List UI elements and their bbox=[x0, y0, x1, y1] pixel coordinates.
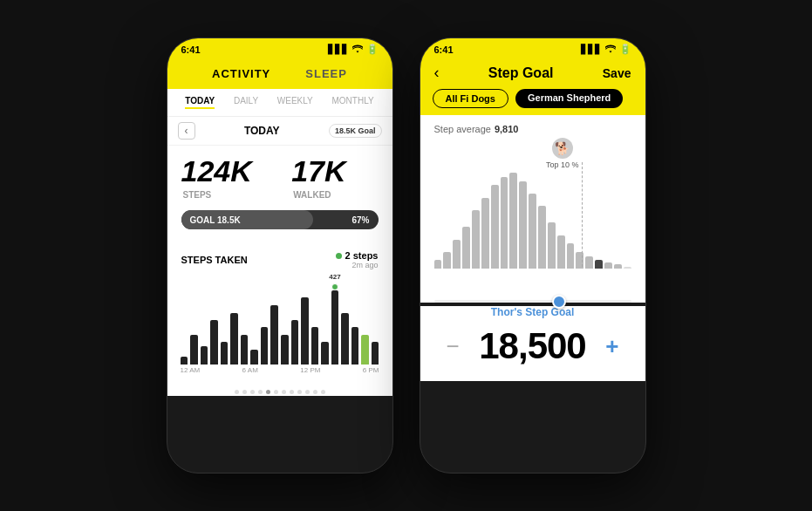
x-label-12pm: 12 PM bbox=[300, 366, 320, 374]
steps-taken-header: STEPS TAKEN 2 steps 2m ago bbox=[167, 245, 392, 273]
chart-bar bbox=[351, 327, 359, 365]
minus-button[interactable]: − bbox=[447, 335, 460, 358]
filter-german-shepherd[interactable]: German Shepherd bbox=[515, 89, 623, 108]
histogram-bar bbox=[567, 243, 575, 269]
wifi-icon bbox=[352, 44, 363, 55]
walked-value: 17K bbox=[291, 154, 345, 187]
phone2: 6:41 ▋▋▋ 🔋 ‹ Step Goal Save All Fi Dogs … bbox=[420, 37, 646, 474]
filter-tabs: All Fi Dogs German Shepherd bbox=[420, 89, 645, 108]
step-goal-number: 18,500 bbox=[479, 325, 585, 367]
chart-bar bbox=[181, 357, 188, 365]
chart-bar bbox=[281, 335, 289, 365]
x-label-12am: 12 AM bbox=[181, 366, 201, 374]
phone1: 6:41 ▋▋▋ 🔋 ACTIVITY SLEEP TODAY DAILY WE… bbox=[167, 37, 393, 474]
histogram-bar bbox=[538, 206, 546, 269]
page-dot bbox=[250, 390, 255, 394]
chart-bar bbox=[321, 342, 329, 365]
status-icons-phone2: ▋▋▋ 🔋 bbox=[581, 44, 631, 55]
page-dot bbox=[313, 390, 317, 394]
activity-tabs: ACTIVITY SLEEP bbox=[167, 64, 392, 89]
x-label-6am: 6 AM bbox=[242, 366, 258, 374]
sub-tabs: TODAY DAILY WEEKLY MONTHLY bbox=[167, 89, 392, 117]
stats-area: 124K STEPS 17K WALKED GOAL 18.5K 67% bbox=[167, 146, 392, 245]
subtab-monthly[interactable]: MONTHLY bbox=[331, 96, 373, 109]
step-avg-row: Step average 9,810 bbox=[434, 124, 631, 134]
histogram-bar bbox=[472, 210, 480, 269]
slider-row bbox=[420, 295, 645, 303]
page-title: Step Goal bbox=[488, 65, 554, 81]
chart-bar bbox=[250, 350, 258, 365]
histogram-bar bbox=[614, 264, 622, 269]
walked-label: WALKED bbox=[293, 190, 331, 200]
slider-track[interactable] bbox=[434, 300, 631, 303]
top10-label: 🐕 Top 10 % bbox=[546, 138, 579, 169]
steps-value: 124K bbox=[181, 154, 252, 187]
chart-bar bbox=[311, 327, 319, 365]
filter-all-dogs[interactable]: All Fi Dogs bbox=[433, 89, 508, 108]
step-goal-body: Step average 9,810 🐕 Top 10 % bbox=[420, 115, 645, 295]
progress-bar: GOAL 18.5K 67% bbox=[181, 210, 379, 229]
steps-chart: 427 12 AM 6 AM 12 PM 6 PM bbox=[167, 273, 392, 386]
page-dot bbox=[305, 390, 310, 394]
subtab-weekly[interactable]: WEEKLY bbox=[277, 96, 313, 109]
chart-peak-label: 427 bbox=[329, 273, 340, 281]
steps-label: STEPS bbox=[183, 190, 212, 200]
plus-button[interactable]: + bbox=[605, 335, 618, 358]
histogram-bars bbox=[434, 138, 631, 269]
chart-bar bbox=[221, 342, 229, 365]
step-goal-number-row: − 18,500 + bbox=[420, 318, 645, 381]
steps-live: 2 steps 2m ago bbox=[336, 250, 379, 269]
walked-stat: 17K WALKED bbox=[291, 156, 378, 201]
slider-thumb[interactable] bbox=[552, 295, 566, 309]
steps-stat: 124K STEPS bbox=[181, 156, 275, 201]
progress-label: GOAL 18.5K bbox=[190, 215, 241, 225]
chart-bar bbox=[270, 305, 278, 365]
signal-icon: ▋▋▋ bbox=[328, 44, 349, 54]
top10-avatar: 🐕 bbox=[552, 138, 573, 159]
time-phone1: 6:41 bbox=[181, 44, 201, 55]
goal-badge: 18.5K Goal bbox=[329, 124, 382, 138]
x-label-6pm: 6 PM bbox=[363, 366, 379, 374]
page-dot bbox=[242, 390, 247, 394]
page-dot bbox=[258, 390, 263, 394]
save-button[interactable]: Save bbox=[603, 66, 631, 80]
chart-bar: 427 bbox=[331, 290, 339, 365]
status-bar-phone1: 6:41 ▋▋▋ 🔋 bbox=[167, 38, 392, 58]
histogram-bar bbox=[501, 177, 508, 269]
page-dot bbox=[235, 390, 239, 394]
status-icons-phone1: ▋▋▋ 🔋 bbox=[328, 44, 379, 55]
histogram-bar bbox=[576, 252, 583, 269]
tab-activity[interactable]: ACTIVITY bbox=[212, 67, 270, 82]
chart-bar bbox=[291, 320, 299, 365]
live-time: 2m ago bbox=[336, 261, 379, 269]
chart-bar bbox=[241, 335, 249, 365]
chart-bar bbox=[210, 320, 218, 365]
back-button[interactable]: ‹ bbox=[434, 64, 440, 82]
histogram-bar bbox=[529, 194, 536, 269]
step-goal-header: ‹ Step Goal Save All Fi Dogs German Shep… bbox=[420, 58, 645, 115]
step-avg-value: 9,810 bbox=[495, 124, 519, 134]
tab-sleep[interactable]: SLEEP bbox=[305, 67, 347, 82]
histogram-bar bbox=[462, 227, 470, 269]
page-dot bbox=[274, 390, 278, 394]
prev-date-button[interactable]: ‹ bbox=[178, 122, 195, 140]
chart-bar bbox=[230, 313, 238, 365]
page-dot bbox=[297, 390, 302, 394]
page-dot bbox=[266, 390, 270, 394]
page-dot bbox=[321, 390, 325, 394]
chart-bar bbox=[261, 327, 269, 365]
histogram-bar bbox=[481, 198, 489, 269]
battery-icon2: 🔋 bbox=[619, 44, 631, 55]
battery-icon: 🔋 bbox=[366, 44, 379, 55]
histogram-bar bbox=[595, 260, 603, 269]
thors-goal-label: Thor's Step Goal bbox=[420, 306, 645, 318]
signal-icon2: ▋▋▋ bbox=[581, 44, 602, 54]
subtab-daily[interactable]: DAILY bbox=[234, 96, 258, 109]
date-row: ‹ TODAY 18.5K Goal bbox=[167, 117, 392, 146]
time-phone2: 6:41 bbox=[434, 44, 454, 55]
date-label: TODAY bbox=[244, 125, 280, 137]
histogram-bar bbox=[585, 256, 593, 269]
subtab-today[interactable]: TODAY bbox=[185, 96, 215, 109]
histogram-bar bbox=[491, 185, 499, 269]
page-dots bbox=[167, 386, 392, 396]
